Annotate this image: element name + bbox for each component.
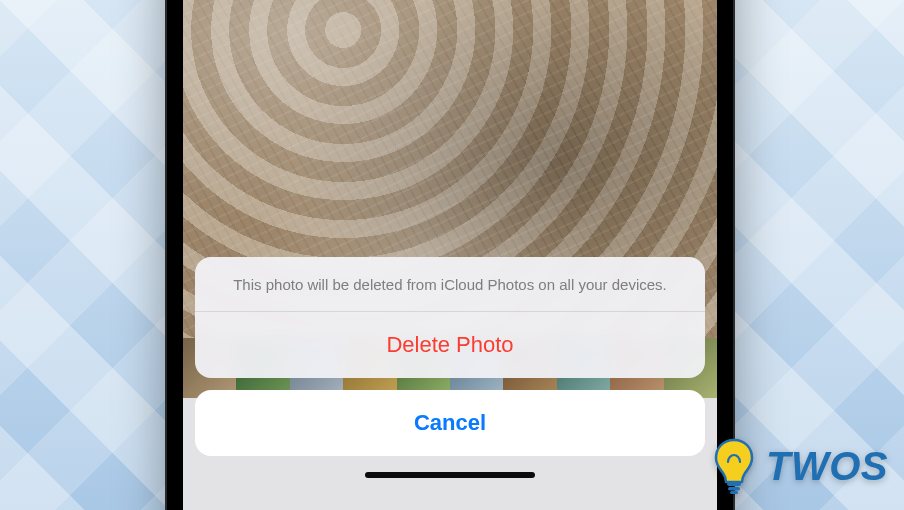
watermark: TWOS bbox=[712, 438, 888, 494]
home-indicator[interactable] bbox=[365, 472, 535, 478]
action-sheet: This photo will be deleted from iCloud P… bbox=[195, 257, 705, 456]
cancel-button[interactable]: Cancel bbox=[195, 390, 705, 456]
canvas: This photo will be deleted from iCloud P… bbox=[0, 0, 904, 510]
brand-text: TWOS bbox=[766, 444, 888, 489]
phone-frame: This photo will be deleted from iCloud P… bbox=[165, 0, 735, 510]
phone-screen: This photo will be deleted from iCloud P… bbox=[183, 0, 717, 510]
action-sheet-message: This photo will be deleted from iCloud P… bbox=[195, 257, 705, 312]
svg-rect-1 bbox=[728, 487, 740, 491]
action-sheet-group: This photo will be deleted from iCloud P… bbox=[195, 257, 705, 378]
svg-rect-0 bbox=[727, 482, 741, 486]
svg-rect-2 bbox=[730, 491, 738, 494]
delete-photo-button[interactable]: Delete Photo bbox=[195, 312, 705, 378]
lightbulb-icon bbox=[712, 438, 756, 494]
